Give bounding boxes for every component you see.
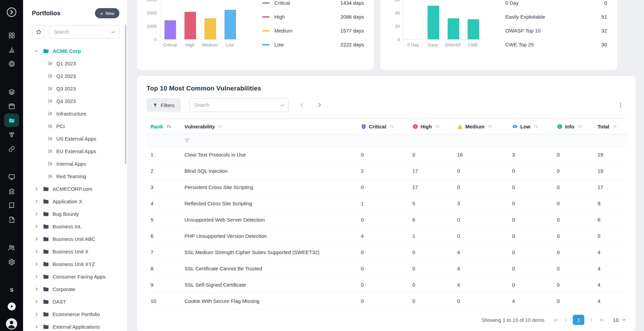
table-row[interactable]: 8SSL Certificate Cannot Be Trusted004004 [147, 261, 627, 277]
sort-icon[interactable] [166, 124, 171, 129]
expand-sidebar-icon[interactable] [4, 5, 19, 19]
sort-icon[interactable] [218, 124, 222, 129]
chevron-right-icon[interactable] [34, 287, 39, 292]
tree-item-internal-apps[interactable]: Internal Apps [23, 158, 128, 170]
tree-item-red-teaming[interactable]: Red Teaming [23, 170, 128, 183]
column-header-high[interactable]: High [408, 119, 453, 134]
calendar-icon[interactable] [4, 99, 19, 113]
table-row[interactable]: 6PHP Unsupported Version Detection410005 [147, 228, 627, 244]
tree-item-application-x[interactable]: Application X [23, 195, 128, 208]
sidebar-search-input[interactable] [49, 25, 119, 39]
tree-item-business-unit-x[interactable]: Business Unit X [23, 245, 128, 258]
table-row[interactable]: 7SSL Medium Strength Cipher Suites Suppo… [147, 244, 627, 261]
users-icon[interactable] [4, 241, 19, 254]
home-button[interactable] [32, 25, 45, 39]
prev-arrow-button[interactable] [296, 99, 308, 111]
stat-value: 30 [601, 42, 607, 47]
table-row[interactable]: 9SSL Self-Signed Certificate004004 [147, 277, 627, 293]
sidebar-scrollbar[interactable] [125, 24, 126, 164]
tree-item-us-external-apps[interactable]: US External Apps [23, 132, 128, 145]
chevron-right-icon[interactable] [34, 299, 39, 304]
settings-gear-icon[interactable] [4, 255, 19, 269]
chevron-right-icon[interactable] [34, 249, 39, 254]
chevron-right-icon[interactable] [34, 312, 39, 317]
sort-icon[interactable] [488, 124, 492, 129]
play-icon[interactable] [4, 299, 19, 313]
table-row[interactable]: 2Blind SQL Injection21700019 [147, 163, 627, 179]
tree-item-business-unit-xyz[interactable]: Business Unit XYZ [23, 258, 128, 270]
column-header-low[interactable]: Low [508, 119, 553, 134]
organization-icon[interactable] [4, 184, 19, 198]
tree-item-acmecorp-com[interactable]: ACMECORP.com [23, 183, 128, 195]
cluster-icon[interactable] [4, 128, 19, 141]
profile-avatar[interactable] [4, 317, 19, 331]
tree-item-bug-bounty[interactable]: Bug Bounty [23, 208, 128, 220]
target-icon[interactable] [4, 57, 19, 70]
first-page-button[interactable]: « [550, 315, 561, 325]
sort-icon[interactable] [578, 124, 582, 129]
layers-icon[interactable] [4, 85, 19, 99]
library-book-icon[interactable] [4, 199, 19, 212]
table-row[interactable]: 4Reflected Cross Site Scripting153009 [147, 195, 627, 212]
document-icon[interactable] [4, 213, 19, 226]
page-size-select[interactable]: 10 [613, 317, 626, 323]
last-page-button[interactable]: » [597, 315, 607, 325]
table-search-input[interactable] [189, 98, 289, 112]
tree-item-eu-external-apps[interactable]: EU External Apps [23, 145, 128, 158]
s-mark-icon[interactable]: S [4, 283, 19, 297]
monitor-icon[interactable] [4, 170, 19, 184]
tree-item-corporate[interactable]: Corporate [23, 283, 128, 295]
dashboard-grid-icon[interactable] [4, 28, 19, 42]
next-arrow-button[interactable] [314, 99, 325, 111]
tree-item-acme-corp[interactable]: ACME Corp [23, 45, 128, 57]
chevron-right-icon[interactable] [34, 274, 39, 279]
chevron-right-icon[interactable] [34, 236, 39, 242]
tree-item-q2-2023[interactable]: Q2 2023 [23, 70, 128, 82]
tree-item-q3-2023[interactable]: Q3 2023 [23, 82, 128, 95]
next-page-button[interactable]: › [586, 315, 597, 325]
chevron-right-icon[interactable] [34, 324, 39, 329]
tree-item-ecommerce-portfolio[interactable]: Ecommerce Portfolio [23, 308, 128, 320]
sort-icon[interactable] [389, 124, 394, 129]
tree-item-q1-2023[interactable]: Q1 2023 [23, 57, 128, 70]
chevron-right-icon[interactable] [34, 262, 39, 267]
more-options-button[interactable] [615, 99, 626, 111]
tree-item-business-int[interactable]: Business Int. [23, 220, 128, 233]
portfolios-folder-icon[interactable] [4, 113, 19, 127]
tree-item-infrastructure[interactable]: Infrastructure [23, 107, 128, 120]
column-header-medium[interactable]: Medium [453, 119, 508, 134]
tree-item-external-applications[interactable]: External Applications [23, 320, 128, 331]
table-cell: SSL Self-Signed Certificate [180, 277, 357, 293]
tree-item-q4-2023[interactable]: Q4 2023 [23, 95, 128, 107]
analytics-chart-icon[interactable] [4, 43, 19, 56]
sort-icon[interactable] [533, 124, 538, 129]
link-icon[interactable] [4, 142, 19, 156]
column-filter-icon[interactable] [184, 138, 190, 143]
tree-item-consumer-facing-apps[interactable]: Consumer Facing Apps [23, 270, 128, 283]
tree-item-dast[interactable]: DAST [23, 295, 128, 308]
table-row[interactable]: 10Cookie With Secure Flag Missing000404 [147, 293, 627, 309]
chevron-right-icon[interactable] [34, 211, 39, 216]
table-row[interactable]: 1Clear Text Protocols in Use00163019 [147, 147, 627, 163]
column-header-rank[interactable]: Rank [147, 119, 180, 134]
sort-icon[interactable] [435, 124, 440, 129]
column-header-critical[interactable]: Critical [357, 119, 408, 134]
new-portfolio-button[interactable]: + New [95, 8, 119, 18]
chevron-right-icon[interactable] [34, 186, 39, 191]
current-page-button[interactable]: 1 [573, 315, 584, 325]
chevron-right-icon[interactable] [34, 224, 39, 229]
chevron-right-icon[interactable] [34, 199, 39, 204]
tree-item-pci[interactable]: PCI [23, 120, 128, 132]
tree-item-business-unit-abc[interactable]: Business Unit ABC [23, 233, 128, 245]
table-row[interactable]: 3Persistent Cross Site Scripting01700017 [147, 179, 627, 195]
prev-page-button[interactable]: ‹ [561, 315, 571, 325]
chevron-down-icon[interactable] [34, 48, 39, 54]
filters-button[interactable]: Filters [147, 98, 181, 112]
column-header-total[interactable]: Total [593, 119, 627, 134]
column-header-vulnerability[interactable]: Vulnerability [180, 119, 357, 134]
home-icon [36, 29, 42, 35]
column-header-info[interactable]: Info [553, 119, 593, 134]
table-row[interactable]: 5Unsupported Web Server Detection060006 [147, 212, 627, 228]
table-cell: 16 [453, 147, 508, 163]
sort-icon[interactable] [612, 124, 617, 129]
